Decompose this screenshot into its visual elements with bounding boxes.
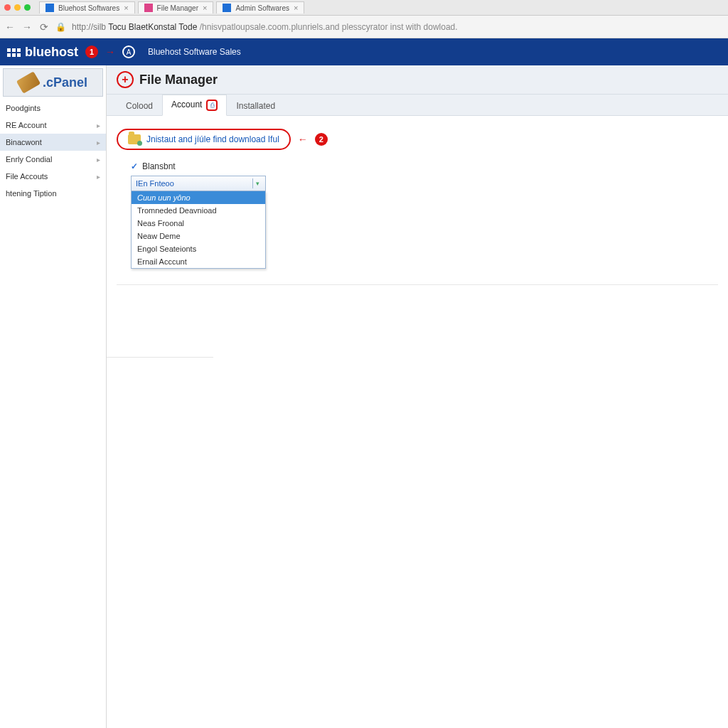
user-icon[interactable]: A: [122, 46, 135, 58]
reload-button[interactable]: ⟳: [38, 21, 50, 33]
dropdown-option[interactable]: Neas Froonal: [132, 217, 265, 230]
main-content: + File Manager ColoodAccount⎙Installated…: [107, 65, 728, 728]
content-area: Jnistaut and jíúle find download Iful ← …: [107, 116, 728, 298]
annotation-arrow-icon: ←: [298, 134, 308, 145]
content-tab[interactable]: Installated: [227, 96, 284, 116]
chevron-right-icon: ▸: [97, 139, 100, 146]
browser-tab-label: Admin Softwares: [235, 4, 289, 12]
close-window-icon[interactable]: [4, 4, 11, 11]
browser-tab[interactable]: Bluehost Softwares ×: [39, 1, 135, 14]
favicon-icon: [223, 4, 231, 12]
logo-text: bluehost: [25, 45, 78, 60]
folder-download-icon: [128, 134, 141, 144]
dropdown-option[interactable]: Neaw Deme: [132, 230, 265, 242]
browser-tab-label: File Manager: [157, 4, 198, 12]
callout-text: Jnistaut and jíúle find download Iful: [146, 134, 279, 144]
maximize-window-icon[interactable]: [24, 4, 31, 11]
sidebar-item[interactable]: File Accouts▸: [0, 168, 106, 185]
tab-close-icon[interactable]: ×: [203, 4, 207, 12]
url-field[interactable]: http://silb Tocu BlaetKonstal Tode /hnis…: [72, 22, 724, 32]
sidebar-item-label: RE Account: [6, 121, 46, 129]
grid-icon: [7, 48, 21, 57]
chevron-down-icon: ▾: [252, 178, 262, 188]
minimize-window-icon[interactable]: [14, 4, 21, 11]
favicon-icon: [144, 4, 153, 12]
chevron-right-icon: ▸: [97, 122, 100, 129]
page-title-bar: + File Manager: [107, 65, 728, 95]
browser-tab-strip: Bluehost Softwares × File Manager × Admi…: [0, 0, 728, 16]
section-label: Blansbnt: [142, 161, 176, 171]
top-header: bluehost 1 → A Bluehost Software Sales: [0, 38, 728, 65]
dropdown-option[interactable]: Ernail Acccunt: [132, 255, 265, 268]
callout-row: Jnistaut and jíúle find download Iful ← …: [117, 129, 718, 150]
tab-label: Installated: [236, 101, 275, 111]
install-callout[interactable]: Jnistaut and jíúle find download Iful: [117, 129, 291, 150]
sidebar-item-label: Binacwont: [6, 138, 42, 146]
url-host: Tocu BlaetKonstal Tode: [108, 22, 197, 32]
browser-address-bar: ← → ⟳ 🔒 http://silb Tocu BlaetKonstal To…: [0, 16, 728, 38]
dropdown-option[interactable]: Tromneded Deavnioad: [132, 204, 265, 217]
sidebar-item-label: htening Tiption: [6, 189, 57, 198]
dropdown-list: Cuun uun yônoTromneded DeavnioadNeas Fro…: [131, 191, 266, 269]
section-header: ✓ Blansbnt: [131, 161, 718, 171]
tab-label: Colood: [126, 101, 153, 111]
select-section: ✓ Blansbnt IEn Fnteoo ▾ Cuun uun yônoTro…: [131, 161, 718, 269]
url-path: /hnisvpatloupsale.coom.plunriels.and ple…: [200, 22, 458, 32]
sidebar-divider: [107, 357, 213, 358]
sidebar-item-label: Poodgints: [6, 104, 41, 112]
wrench-icon: [16, 71, 41, 93]
sidebar: .cPanel PoodgintsRE Account▸Binacwont▸En…: [0, 65, 107, 728]
sidebar-item-label: File Accouts: [6, 172, 48, 181]
sidebar-item[interactable]: RE Account▸: [0, 117, 106, 134]
sidebar-item-label: Enrly Condial: [6, 155, 52, 164]
content-tab[interactable]: Account⎙: [162, 95, 227, 116]
tab-badge-icon: ⎙: [206, 100, 218, 111]
dropdown-option[interactable]: Engol Seateionts: [132, 242, 265, 255]
window-controls: [4, 4, 31, 11]
browser-tab[interactable]: Admin Softwares ×: [216, 1, 304, 14]
sidebar-item[interactable]: Binacwont▸: [0, 134, 106, 151]
browser-tab[interactable]: File Manager ×: [138, 1, 214, 14]
content-tabs: ColoodAccount⎙Installated: [107, 95, 728, 116]
category-dropdown[interactable]: IEn Fnteoo ▾: [131, 176, 266, 191]
tab-close-icon[interactable]: ×: [294, 4, 298, 12]
sidebar-item[interactable]: Poodgints: [0, 100, 106, 117]
favicon-icon: [46, 4, 54, 12]
forward-button[interactable]: →: [21, 21, 33, 33]
annotation-badge-2: 2: [315, 133, 328, 146]
url-protocol: http://silb: [72, 22, 106, 32]
cpanel-logo[interactable]: .cPanel: [3, 68, 103, 97]
header-subtitle: Bluehost Software Sales: [148, 47, 241, 57]
chevron-right-icon: ▸: [97, 156, 100, 164]
page-title: File Manager: [139, 73, 218, 87]
check-icon: ✓: [131, 161, 138, 171]
bluehost-logo[interactable]: bluehost: [7, 45, 78, 60]
lock-icon: 🔒: [55, 22, 66, 32]
tab-close-icon[interactable]: ×: [124, 4, 128, 12]
content-tab[interactable]: Colood: [117, 96, 162, 116]
main-shell: .cPanel PoodgintsRE Account▸Binacwont▸En…: [0, 65, 728, 728]
dropdown-value: IEn Fnteoo: [136, 179, 174, 188]
dropdown-option[interactable]: Cuun uun yôno: [132, 191, 265, 204]
sidebar-item[interactable]: htening Tiption: [0, 185, 106, 202]
sidebar-item[interactable]: Enrly Condial▸: [0, 151, 106, 168]
annotation-badge-1: 1: [85, 46, 98, 58]
plus-circle-icon[interactable]: +: [117, 71, 134, 88]
back-button[interactable]: ←: [4, 21, 16, 33]
browser-tab-label: Bluehost Softwares: [58, 4, 119, 12]
cpanel-text: .cPanel: [43, 75, 87, 90]
annotation-arrow-icon: →: [105, 46, 115, 58]
divider: [117, 284, 718, 285]
chevron-right-icon: ▸: [97, 173, 100, 181]
tab-label: Account: [171, 100, 202, 109]
